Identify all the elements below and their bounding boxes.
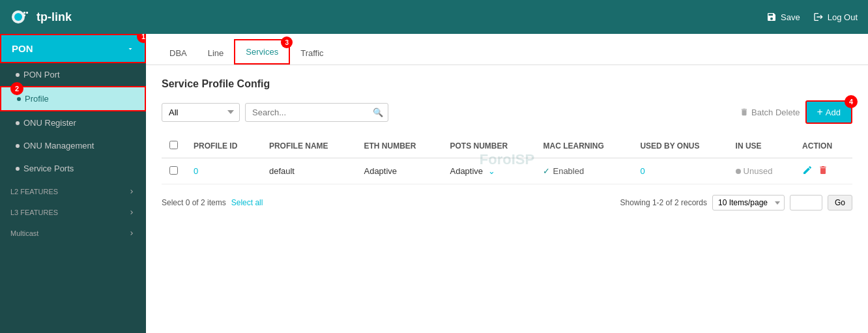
dot-icon bbox=[17, 97, 21, 101]
status-dot-icon bbox=[736, 169, 741, 174]
tab-line[interactable]: Line bbox=[197, 42, 235, 65]
select-all-checkbox[interactable] bbox=[169, 141, 178, 149]
sidebar-dropdown-pon[interactable]: PON 1 bbox=[0, 34, 146, 63]
dot-icon bbox=[16, 144, 20, 148]
chevron-right-icon bbox=[128, 188, 136, 195]
toolbar-left: All 🔍 bbox=[162, 103, 388, 122]
tab-services[interactable]: Services 3 bbox=[234, 39, 290, 65]
search-wrapper: 🔍 bbox=[245, 103, 388, 122]
tplink-logo-icon bbox=[10, 7, 31, 27]
cell-pots-number: Adaptive ⌄ bbox=[442, 158, 535, 184]
dot-icon bbox=[16, 73, 20, 77]
topnav: tp-link Save Log Out bbox=[0, 0, 868, 34]
col-used-by-onus: USED BY ONUS bbox=[632, 134, 727, 158]
content-area: DBA Line Services 3 Traffic Service Prof… bbox=[146, 34, 868, 333]
check-icon: ✓ bbox=[543, 166, 550, 176]
page-title: Service Profile Config bbox=[162, 78, 852, 90]
save-button[interactable]: Save bbox=[766, 12, 800, 22]
edit-icon bbox=[802, 165, 813, 175]
cell-action bbox=[794, 158, 852, 184]
select-all-link[interactable]: Select all bbox=[231, 198, 263, 207]
pagination-left: Select 0 of 2 items Select all bbox=[162, 198, 263, 207]
svg-rect-4 bbox=[23, 14, 25, 16]
pagination: Select 0 of 2 items Select all Showing 1… bbox=[162, 195, 852, 210]
col-pots-number: POTS NUMBER bbox=[442, 134, 535, 158]
search-input[interactable] bbox=[245, 103, 388, 122]
sidebar-section-multicast[interactable]: Multicast bbox=[0, 222, 146, 242]
batch-delete-button[interactable]: Batch Delete bbox=[740, 108, 800, 117]
table-row: 0 default Adaptive Adaptive ⌄ ✓ Enabled bbox=[162, 158, 852, 184]
tab-traffic[interactable]: Traffic bbox=[290, 42, 334, 65]
topnav-actions: Save Log Out bbox=[766, 12, 858, 22]
chevron-right-icon bbox=[128, 229, 136, 237]
dot-icon bbox=[16, 121, 20, 125]
add-button[interactable]: + Add 4 bbox=[805, 100, 852, 124]
page-content: Service Profile Config All 🔍 Batch Delet bbox=[146, 65, 868, 333]
pon-badge: 1 bbox=[137, 34, 146, 43]
sidebar-item-onu-management[interactable]: ONU Management bbox=[0, 134, 146, 157]
table-container: ForoISP PROFILE ID PROFILE NAME ETH NUMB… bbox=[162, 134, 852, 184]
cell-used-by-onus[interactable]: 0 bbox=[632, 158, 727, 184]
delete-icon bbox=[818, 165, 828, 175]
subnav: DBA Line Services 3 Traffic bbox=[146, 34, 868, 65]
cell-profile-name: default bbox=[261, 158, 356, 184]
logo: tp-link bbox=[10, 7, 72, 27]
svg-point-1 bbox=[14, 13, 22, 21]
dot-icon bbox=[16, 167, 20, 171]
row-checkbox[interactable] bbox=[169, 166, 178, 175]
col-profile-id: PROFILE ID bbox=[186, 134, 261, 158]
sidebar-item-profile[interactable]: Profile 2 bbox=[0, 86, 146, 111]
col-action: ACTION bbox=[794, 134, 852, 158]
main-layout: PON 1 PON Port Profile 2 ONU Register ON… bbox=[0, 34, 868, 333]
edit-button[interactable] bbox=[802, 165, 813, 177]
pagination-right: Showing 1-2 of 2 records 10 Items/page G… bbox=[620, 195, 852, 210]
cell-profile-id[interactable]: 0 bbox=[186, 158, 261, 184]
toolbar: All 🔍 Batch Delete + Add 4 bbox=[162, 100, 852, 124]
cell-mac-learning: ✓ Enabled bbox=[535, 158, 632, 184]
dropdown-chevron-icon bbox=[126, 45, 134, 53]
svg-rect-3 bbox=[26, 12, 28, 14]
filter-select[interactable]: All bbox=[162, 103, 240, 122]
tab-dba[interactable]: DBA bbox=[159, 42, 197, 65]
cell-eth-number: Adaptive bbox=[356, 158, 442, 184]
sidebar-item-service-ports[interactable]: Service Ports bbox=[0, 157, 146, 180]
profile-table: PROFILE ID PROFILE NAME ETH NUMBER POTS … bbox=[162, 134, 852, 184]
sidebar: PON 1 PON Port Profile 2 ONU Register ON… bbox=[0, 34, 146, 333]
chevron-right-icon bbox=[128, 209, 136, 216]
page-number-input[interactable] bbox=[790, 195, 822, 210]
trash-icon bbox=[740, 108, 749, 117]
sidebar-section-l2[interactable]: L2 FEATURES bbox=[0, 180, 146, 201]
col-mac-learning: MAC LEARNING bbox=[535, 134, 632, 158]
toolbar-right: Batch Delete + Add 4 bbox=[740, 100, 852, 124]
col-in-use: IN USE bbox=[728, 134, 795, 158]
sidebar-section-l3[interactable]: L3 FEATURES bbox=[0, 201, 146, 222]
col-eth-number: ETH NUMBER bbox=[356, 134, 442, 158]
sidebar-item-onu-register[interactable]: ONU Register bbox=[0, 111, 146, 134]
cell-in-use: Unused bbox=[728, 158, 795, 184]
add-badge: 4 bbox=[845, 95, 858, 108]
col-profile-name: PROFILE NAME bbox=[261, 134, 356, 158]
save-icon bbox=[766, 12, 777, 22]
svg-rect-2 bbox=[23, 12, 25, 14]
pots-chevron-icon: ⌄ bbox=[488, 166, 495, 176]
logo-text: tp-link bbox=[36, 10, 72, 24]
go-button[interactable]: Go bbox=[828, 195, 852, 210]
plus-icon: + bbox=[817, 106, 823, 118]
sidebar-item-pon-port[interactable]: PON Port bbox=[0, 63, 146, 86]
logout-icon bbox=[813, 12, 824, 22]
delete-button[interactable] bbox=[818, 165, 828, 177]
per-page-select[interactable]: 10 Items/page bbox=[712, 195, 785, 210]
logout-button[interactable]: Log Out bbox=[813, 12, 858, 22]
profile-badge: 2 bbox=[10, 82, 23, 95]
